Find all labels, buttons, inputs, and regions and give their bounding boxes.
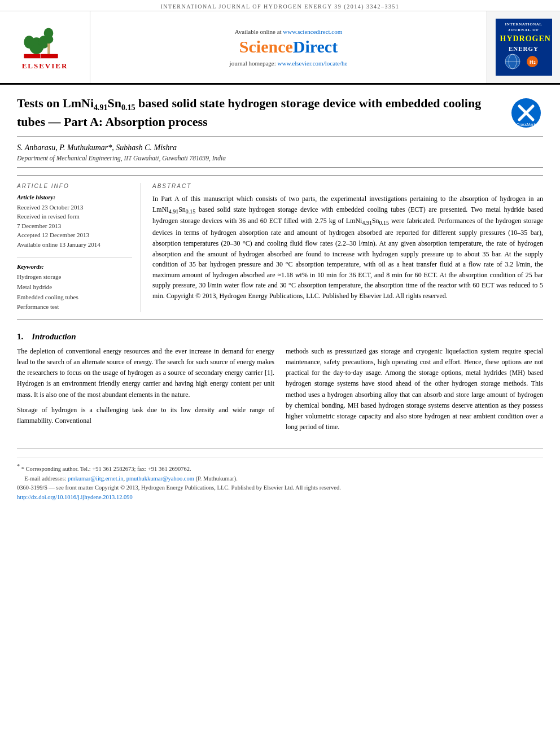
authors-section: S. Anbarasu, P. Muthukumar*, Subhash C. … <box>17 137 543 164</box>
affiliation: Department of Mechanical Engineering, II… <box>17 155 543 161</box>
elsevier-logo-box: ELSEVIER <box>0 11 90 83</box>
svg-text:H₂: H₂ <box>530 59 537 65</box>
he-logo: INTERNATIONAL JOURNAL OF HYDROGEN ENERGY… <box>496 19 552 75</box>
doi-link[interactable]: http://dx.doi.org/10.1016/j.ijhydene.201… <box>17 494 133 500</box>
intro-col-right: methods such as pressurized gas storage … <box>286 346 543 438</box>
history-revised-date: 7 December 2013 <box>17 221 132 231</box>
svg-point-6 <box>44 35 54 43</box>
issn-note: 0360-3199/$ — see front matter Copyright… <box>17 483 543 493</box>
intro-col-left: The depletion of conventional energy res… <box>17 346 274 438</box>
history-label: Article history: <box>17 194 132 200</box>
history-received: Received 23 October 2013 <box>17 203 132 212</box>
he-globe-icon: H₂ <box>501 53 546 70</box>
crossmark-logo[interactable]: CrossMark <box>509 98 543 129</box>
main-content: Tests on LmNi4.91Sn0.15 based solid stat… <box>0 85 560 503</box>
corresponding-author-note: * * Corresponding author. Tel.: +91 361 … <box>17 462 543 474</box>
page-header: ELSEVIER Available online at www.science… <box>0 11 560 85</box>
sciencedirect-center: Available online at www.sciencedirect.co… <box>90 11 487 83</box>
crossmark-icon: CrossMark <box>511 98 542 129</box>
section-number: 1. Introduction <box>17 332 543 342</box>
sciencedirect-logo: ScienceDirect <box>239 37 338 56</box>
intro-para-3: methods such as pressurized gas storage … <box>286 346 543 433</box>
email-link-2[interactable]: pmuthukkumar@yahoo.com <box>126 475 194 482</box>
authors: S. Anbarasu, P. Muthukumar*, Subhash C. … <box>17 143 543 152</box>
article-body: ARTICLE INFO Article history: Received 2… <box>17 176 543 320</box>
article-divider <box>17 167 543 168</box>
history-revised-label: Received in revised form <box>17 212 132 221</box>
svg-text:CrossMark: CrossMark <box>517 123 536 126</box>
keyword-2: Metal hydride <box>17 282 132 292</box>
intro-columns: The depletion of conventional energy res… <box>17 346 543 438</box>
journal-homepage: journal homepage: www.elsevier.com/locat… <box>230 60 348 67</box>
intro-para-1: The depletion of conventional energy res… <box>17 346 274 400</box>
keywords-section: Keywords: Hydrogen storage Metal hydride… <box>17 263 132 312</box>
history-accepted: Accepted 12 December 2013 <box>17 230 132 240</box>
keyword-4: Performance test <box>17 302 132 312</box>
journal-header: INTERNATIONAL JOURNAL OF HYDROGEN ENERGY… <box>0 0 560 11</box>
abstract-column: ABSTRACT In Part A of this manuscript wh… <box>152 183 543 312</box>
svg-point-2 <box>24 36 34 48</box>
footer-notes: * * Corresponding author. Tel.: +91 361 … <box>17 457 543 503</box>
elsevier-tree-icon <box>6 24 84 60</box>
available-online: Available online at www.sciencedirect.co… <box>235 28 343 35</box>
available-url[interactable]: www.sciencedirect.com <box>283 28 342 35</box>
doi-note: http://dx.doi.org/10.1016/j.ijhydene.201… <box>17 493 543 503</box>
article-title: Tests on LmNi4.91Sn0.15 based solid stat… <box>17 95 498 130</box>
email-note: E-mail addresses: pmkumar@iitg.ernet.in,… <box>17 474 543 484</box>
introduction-section: 1. Introduction The depletion of convent… <box>17 332 543 449</box>
info-divider <box>17 257 132 257</box>
email-link-1[interactable]: pmkumar@iitg.ernet.in <box>68 475 123 482</box>
journal-homepage-url[interactable]: www.elsevier.com/locate/he <box>278 60 348 67</box>
intro-para-2: Storage of hydrogen is a challenging tas… <box>17 405 274 426</box>
article-history: Article history: Received 23 October 201… <box>17 194 132 250</box>
keywords-label: Keywords: <box>17 263 132 270</box>
hydrogen-energy-logo-box: INTERNATIONAL JOURNAL OF HYDROGEN ENERGY… <box>487 11 560 83</box>
article-title-section: Tests on LmNi4.91Sn0.15 based solid stat… <box>17 85 543 137</box>
article-info-column: ARTICLE INFO Article history: Received 2… <box>17 183 141 312</box>
abstract-text: In Part A of this manuscript which consi… <box>152 194 543 302</box>
history-available: Available online 13 January 2014 <box>17 240 132 250</box>
elsevier-label: ELSEVIER <box>22 62 68 71</box>
article-info-label: ARTICLE INFO <box>17 183 132 189</box>
keyword-3: Embedded cooling tubes <box>17 292 132 303</box>
abstract-label: ABSTRACT <box>152 183 543 189</box>
keyword-1: Hydrogen storage <box>17 272 132 282</box>
